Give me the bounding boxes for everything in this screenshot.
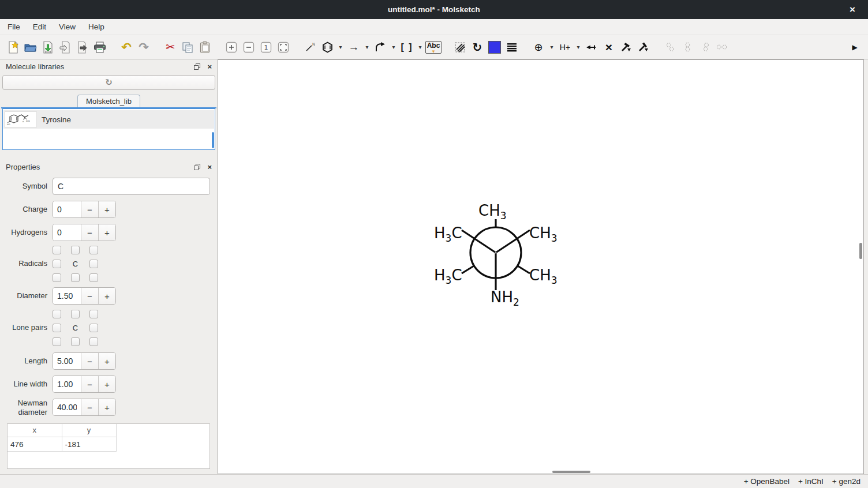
radical-checkbox[interactable]: [89, 273, 98, 282]
draw-color-button[interactable]: [486, 39, 503, 56]
redo-button[interactable]: ↷: [135, 39, 152, 56]
line-width-input[interactable]: [53, 376, 81, 392]
paste-button[interactable]: [196, 39, 214, 56]
lone-pair-checkbox[interactable]: [71, 310, 80, 318]
line-width-decrement-button[interactable]: −: [81, 376, 98, 392]
hatch-fill-button[interactable]: [451, 39, 469, 56]
tab-molsketch-lib[interactable]: Molsketch_lib: [77, 95, 140, 107]
coord-cell-y[interactable]: -181: [62, 437, 116, 452]
charge-label: Charge: [2, 205, 47, 214]
radical-checkbox[interactable]: [89, 246, 98, 254]
radical-checkbox[interactable]: [89, 260, 98, 268]
panel-close-icon[interactable]: ×: [207, 62, 212, 71]
zoom-original-button[interactable]: 1: [257, 39, 275, 56]
import-button[interactable]: [57, 39, 74, 56]
hydrogen-icon: H+: [560, 43, 570, 52]
cut-button[interactable]: ✂: [162, 39, 179, 56]
bracket-tool-button[interactable]: [ ]: [398, 39, 416, 56]
open-button[interactable]: [22, 39, 39, 56]
charge-increment-button[interactable]: +: [98, 201, 115, 217]
print-button[interactable]: [91, 39, 108, 56]
mechanism-tool-button[interactable]: [618, 39, 635, 56]
zoom-in-button[interactable]: [223, 39, 240, 56]
curved-arrow-dropdown[interactable]: ▾: [389, 39, 398, 56]
line-width-increment-button[interactable]: +: [98, 376, 115, 392]
lone-pair-checkbox[interactable]: [53, 337, 61, 346]
length-increment-button[interactable]: +: [98, 353, 115, 369]
drawing-canvas[interactable]: CH3 H3C CH3 H3C CH3 NH2: [218, 59, 864, 474]
library-refresh-button[interactable]: ↻: [2, 75, 215, 90]
radical-checkbox[interactable]: [53, 260, 61, 268]
mechanism-tool-2-button[interactable]: [635, 39, 652, 56]
ring-tool-dropdown[interactable]: ▾: [336, 39, 345, 56]
charge-tool-dropdown[interactable]: ▾: [547, 39, 556, 56]
hydrogen-tool-dropdown[interactable]: ▾: [574, 39, 583, 56]
delete-button[interactable]: ×: [600, 39, 618, 56]
reaction-arrow-dropdown[interactable]: ▾: [362, 39, 372, 56]
zoom-fit-button[interactable]: [275, 39, 292, 56]
remove-hydrogen-button[interactable]: [583, 39, 600, 56]
reaction-arrow-button[interactable]: →: [345, 39, 362, 56]
lone-pair-checkbox[interactable]: [89, 324, 98, 332]
panel-float-icon[interactable]: [194, 164, 200, 170]
list-item-tyrosine[interactable]: HO H NH2 Tyrosine: [3, 110, 214, 129]
save-button[interactable]: [39, 39, 57, 56]
symbol-input[interactable]: [53, 178, 210, 195]
panel-float-icon[interactable]: [194, 63, 200, 70]
library-list[interactable]: HO H NH2 Tyrosine: [2, 108, 215, 150]
radical-checkbox[interactable]: [53, 273, 61, 282]
ring-tool-button[interactable]: [319, 39, 336, 56]
lone-pair-checkbox[interactable]: [89, 337, 98, 346]
toolbar-expander[interactable]: ▶: [846, 39, 863, 56]
lone-pair-checkbox[interactable]: [53, 324, 61, 332]
export-button[interactable]: [74, 39, 91, 56]
length-decrement-button[interactable]: −: [81, 353, 98, 369]
hydrogens-decrement-button[interactable]: −: [81, 224, 98, 241]
window-close-button[interactable]: ×: [845, 0, 860, 19]
menu-view[interactable]: View: [53, 20, 82, 33]
charge-input[interactable]: [53, 201, 81, 217]
curved-arrow-button[interactable]: [372, 39, 389, 56]
lone-pair-checkbox[interactable]: [71, 337, 80, 346]
bracket-tool-dropdown[interactable]: ▾: [416, 39, 425, 56]
svg-text:1: 1: [264, 44, 268, 51]
newman-diameter-increment-button[interactable]: +: [98, 399, 115, 415]
draw-bond-icon: N: [305, 42, 315, 52]
rotate-button[interactable]: ↻: [469, 39, 486, 56]
new-document-icon: [8, 41, 19, 54]
newman-projection-molecule[interactable]: CH3 H3C CH3 H3C CH3 NH2: [424, 191, 574, 324]
copy-button[interactable]: [179, 39, 196, 56]
text-tool-button[interactable]: Abc ▾: [425, 39, 442, 56]
newman-diameter-decrement-button[interactable]: −: [81, 399, 98, 415]
canvas-horizontal-scrollbar[interactable]: [552, 471, 590, 473]
diameter-decrement-button[interactable]: −: [81, 288, 98, 304]
hydrogens-input[interactable]: [53, 224, 81, 241]
canvas-vertical-scrollbar[interactable]: [859, 243, 862, 259]
hydrogen-tool-button[interactable]: H+: [556, 39, 574, 56]
menu-file[interactable]: File: [1, 20, 27, 33]
property-row-lone-pairs: Lone pairs C: [2, 310, 212, 346]
length-input[interactable]: [53, 353, 81, 369]
line-width-button[interactable]: [503, 39, 521, 56]
lone-pair-checkbox[interactable]: [53, 310, 61, 318]
charge-tool-button[interactable]: ⊕: [530, 39, 547, 56]
charge-decrement-button[interactable]: −: [81, 201, 98, 217]
draw-bond-button[interactable]: N: [301, 39, 319, 56]
radical-checkbox[interactable]: [71, 246, 80, 254]
menu-edit[interactable]: Edit: [27, 20, 53, 33]
coord-cell-x[interactable]: 476: [8, 437, 62, 452]
diameter-increment-button[interactable]: +: [98, 288, 115, 304]
radical-checkbox[interactable]: [53, 246, 61, 254]
coord-header-y: y: [62, 424, 116, 437]
lone-pair-checkbox[interactable]: [89, 310, 98, 318]
new-button[interactable]: [5, 39, 22, 56]
zoom-out-button[interactable]: [240, 39, 257, 56]
diameter-input[interactable]: [53, 288, 81, 304]
panel-close-icon[interactable]: ×: [207, 163, 212, 171]
radical-checkbox[interactable]: [71, 273, 80, 282]
hydrogens-increment-button[interactable]: +: [98, 224, 115, 241]
menu-help[interactable]: Help: [82, 20, 111, 33]
undo-button[interactable]: ↶: [118, 39, 135, 56]
newman-diameter-input[interactable]: [53, 399, 81, 415]
library-scrollbar[interactable]: [212, 132, 214, 148]
